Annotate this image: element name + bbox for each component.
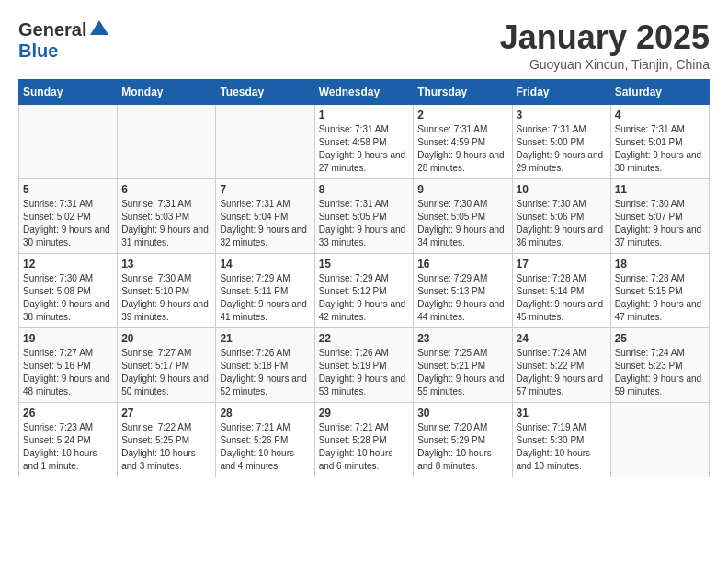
day-of-week-header: Saturday <box>610 80 709 105</box>
cell-sun-info: Sunrise: 7:31 AM Sunset: 5:00 PM Dayligh… <box>517 123 607 175</box>
calendar-cell: 8Sunrise: 7:31 AM Sunset: 5:05 PM Daylig… <box>314 179 414 254</box>
day-number: 8 <box>319 183 410 196</box>
cell-sun-info: Sunrise: 7:24 AM Sunset: 5:23 PM Dayligh… <box>615 347 705 398</box>
month-title: January 2025 <box>500 18 710 57</box>
day-of-week-header: Tuesday <box>216 80 314 105</box>
day-number: 15 <box>319 258 410 270</box>
cell-sun-info: Sunrise: 7:31 AM Sunset: 5:03 PM Dayligh… <box>121 198 211 249</box>
cell-sun-info: Sunrise: 7:31 AM Sunset: 4:59 PM Dayligh… <box>417 123 507 175</box>
calendar-cell: 14Sunrise: 7:29 AM Sunset: 5:11 PM Dayli… <box>216 254 314 328</box>
day-number: 25 <box>615 332 705 345</box>
day-number: 14 <box>220 258 310 270</box>
cell-sun-info: Sunrise: 7:24 AM Sunset: 5:22 PM Dayligh… <box>517 347 607 398</box>
calendar-cell: 20Sunrise: 7:27 AM Sunset: 5:17 PM Dayli… <box>118 328 216 403</box>
cell-sun-info: Sunrise: 7:30 AM Sunset: 5:07 PM Dayligh… <box>615 198 705 249</box>
calendar-week-row: 19Sunrise: 7:27 AM Sunset: 5:16 PM Dayli… <box>19 328 710 403</box>
day-number: 16 <box>417 258 507 270</box>
calendar-cell: 27Sunrise: 7:22 AM Sunset: 5:25 PM Dayli… <box>118 403 216 477</box>
calendar-cell: 16Sunrise: 7:29 AM Sunset: 5:13 PM Dayli… <box>414 254 512 328</box>
day-number: 30 <box>417 407 507 419</box>
logo-blue-text: Blue <box>18 40 58 61</box>
calendar-cell: 10Sunrise: 7:30 AM Sunset: 5:06 PM Dayli… <box>512 179 610 254</box>
calendar-cell: 23Sunrise: 7:25 AM Sunset: 5:21 PM Dayli… <box>414 328 512 403</box>
location-subtitle: Guoyuan Xincun, Tianjin, China <box>500 57 710 72</box>
calendar-week-row: 12Sunrise: 7:30 AM Sunset: 5:08 PM Dayli… <box>19 254 710 328</box>
day-of-week-header: Monday <box>118 80 216 105</box>
calendar-week-row: 26Sunrise: 7:23 AM Sunset: 5:24 PM Dayli… <box>19 403 710 477</box>
day-number: 28 <box>220 407 310 419</box>
calendar-cell <box>19 105 118 179</box>
day-number: 12 <box>23 258 113 270</box>
cell-sun-info: Sunrise: 7:30 AM Sunset: 5:08 PM Dayligh… <box>23 272 113 324</box>
title-section: January 2025 Guoyuan Xincun, Tianjin, Ch… <box>500 18 710 72</box>
page-header: General Blue January 2025 Guoyuan Xincun… <box>18 18 710 72</box>
cell-sun-info: Sunrise: 7:26 AM Sunset: 5:19 PM Dayligh… <box>319 347 410 398</box>
day-number: 24 <box>517 332 607 345</box>
calendar-cell: 9Sunrise: 7:30 AM Sunset: 5:05 PM Daylig… <box>414 179 512 254</box>
day-number: 20 <box>121 332 211 345</box>
cell-sun-info: Sunrise: 7:22 AM Sunset: 5:25 PM Dayligh… <box>121 421 211 473</box>
day-number: 7 <box>220 183 310 196</box>
calendar-cell: 24Sunrise: 7:24 AM Sunset: 5:22 PM Dayli… <box>512 328 610 403</box>
day-number: 6 <box>121 183 211 196</box>
cell-sun-info: Sunrise: 7:30 AM Sunset: 5:10 PM Dayligh… <box>121 272 211 324</box>
cell-sun-info: Sunrise: 7:27 AM Sunset: 5:17 PM Dayligh… <box>121 347 211 398</box>
calendar-cell: 22Sunrise: 7:26 AM Sunset: 5:19 PM Dayli… <box>314 328 414 403</box>
calendar-cell: 4Sunrise: 7:31 AM Sunset: 5:01 PM Daylig… <box>610 105 709 179</box>
calendar-cell: 31Sunrise: 7:19 AM Sunset: 5:30 PM Dayli… <box>512 403 610 477</box>
day-number: 31 <box>517 407 607 419</box>
cell-sun-info: Sunrise: 7:29 AM Sunset: 5:12 PM Dayligh… <box>319 272 410 324</box>
day-number: 1 <box>319 109 410 121</box>
calendar-cell: 17Sunrise: 7:28 AM Sunset: 5:14 PM Dayli… <box>512 254 610 328</box>
calendar-cell: 2Sunrise: 7:31 AM Sunset: 4:59 PM Daylig… <box>414 105 512 179</box>
calendar-cell: 26Sunrise: 7:23 AM Sunset: 5:24 PM Dayli… <box>19 403 118 477</box>
logo-general-text: General <box>18 19 86 40</box>
logo: General Blue <box>18 18 110 62</box>
cell-sun-info: Sunrise: 7:29 AM Sunset: 5:11 PM Dayligh… <box>220 272 310 324</box>
calendar-cell: 19Sunrise: 7:27 AM Sunset: 5:16 PM Dayli… <box>19 328 118 403</box>
calendar-cell: 3Sunrise: 7:31 AM Sunset: 5:00 PM Daylig… <box>512 105 610 179</box>
calendar-cell: 21Sunrise: 7:26 AM Sunset: 5:18 PM Dayli… <box>216 328 314 403</box>
calendar-cell: 11Sunrise: 7:30 AM Sunset: 5:07 PM Dayli… <box>610 179 709 254</box>
cell-sun-info: Sunrise: 7:25 AM Sunset: 5:21 PM Dayligh… <box>417 347 507 398</box>
calendar-cell <box>610 403 709 477</box>
day-number: 10 <box>517 183 607 196</box>
day-number: 9 <box>417 183 507 196</box>
calendar-cell <box>118 105 216 179</box>
day-number: 11 <box>615 183 705 196</box>
day-number: 27 <box>121 407 211 419</box>
cell-sun-info: Sunrise: 7:31 AM Sunset: 5:04 PM Dayligh… <box>220 198 310 249</box>
day-of-week-header: Wednesday <box>314 80 414 105</box>
cell-sun-info: Sunrise: 7:30 AM Sunset: 5:05 PM Dayligh… <box>417 198 507 249</box>
calendar-cell: 12Sunrise: 7:30 AM Sunset: 5:08 PM Dayli… <box>19 254 118 328</box>
day-of-week-header: Thursday <box>414 80 512 105</box>
day-number: 29 <box>319 407 410 419</box>
cell-sun-info: Sunrise: 7:28 AM Sunset: 5:15 PM Dayligh… <box>615 272 705 324</box>
day-number: 22 <box>319 332 410 345</box>
calendar-cell: 13Sunrise: 7:30 AM Sunset: 5:10 PM Dayli… <box>118 254 216 328</box>
cell-sun-info: Sunrise: 7:21 AM Sunset: 5:26 PM Dayligh… <box>220 421 310 473</box>
calendar-week-row: 1Sunrise: 7:31 AM Sunset: 4:58 PM Daylig… <box>19 105 710 179</box>
calendar-table: SundayMondayTuesdayWednesdayThursdayFrid… <box>18 79 710 477</box>
cell-sun-info: Sunrise: 7:31 AM Sunset: 5:05 PM Dayligh… <box>319 198 410 249</box>
calendar-cell: 18Sunrise: 7:28 AM Sunset: 5:15 PM Dayli… <box>610 254 709 328</box>
cell-sun-info: Sunrise: 7:31 AM Sunset: 5:02 PM Dayligh… <box>23 198 113 249</box>
cell-sun-info: Sunrise: 7:28 AM Sunset: 5:14 PM Dayligh… <box>517 272 607 324</box>
cell-sun-info: Sunrise: 7:19 AM Sunset: 5:30 PM Dayligh… <box>517 421 607 473</box>
calendar-cell: 1Sunrise: 7:31 AM Sunset: 4:58 PM Daylig… <box>314 105 414 179</box>
cell-sun-info: Sunrise: 7:20 AM Sunset: 5:29 PM Dayligh… <box>417 421 507 473</box>
logo-icon <box>88 18 110 40</box>
day-number: 17 <box>517 258 607 270</box>
cell-sun-info: Sunrise: 7:23 AM Sunset: 5:24 PM Dayligh… <box>23 421 113 473</box>
calendar-cell: 29Sunrise: 7:21 AM Sunset: 5:28 PM Dayli… <box>314 403 414 477</box>
day-number: 18 <box>615 258 705 270</box>
calendar-cell: 30Sunrise: 7:20 AM Sunset: 5:29 PM Dayli… <box>414 403 512 477</box>
cell-sun-info: Sunrise: 7:27 AM Sunset: 5:16 PM Dayligh… <box>23 347 113 398</box>
day-number: 26 <box>23 407 113 419</box>
calendar-cell <box>216 105 314 179</box>
calendar-cell: 5Sunrise: 7:31 AM Sunset: 5:02 PM Daylig… <box>19 179 118 254</box>
day-number: 19 <box>23 332 113 345</box>
calendar-header-row: SundayMondayTuesdayWednesdayThursdayFrid… <box>19 80 710 105</box>
cell-sun-info: Sunrise: 7:26 AM Sunset: 5:18 PM Dayligh… <box>220 347 310 398</box>
calendar-cell: 25Sunrise: 7:24 AM Sunset: 5:23 PM Dayli… <box>610 328 709 403</box>
